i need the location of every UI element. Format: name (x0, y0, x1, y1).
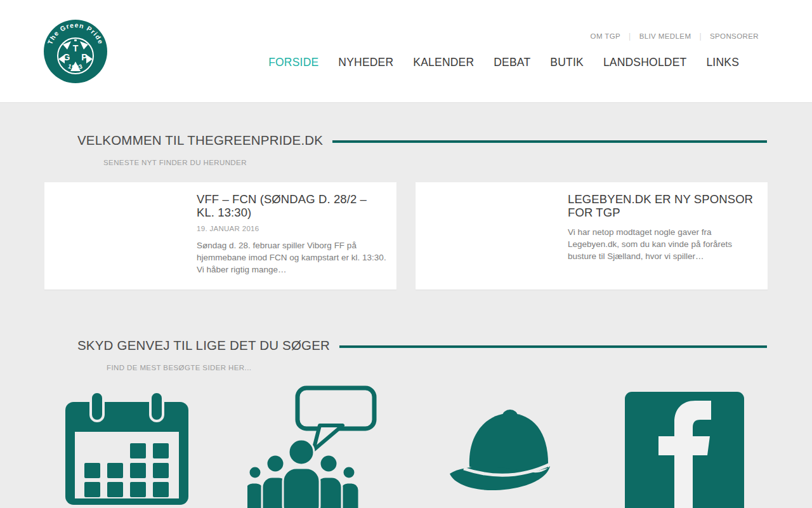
news-card-image (44, 182, 187, 290)
page: The Green Pride T G P 1993 OM TGP | BLIV (0, 0, 812, 508)
news-card-image (416, 182, 558, 290)
shortcut-debat[interactable] (247, 385, 377, 508)
forum-speech-bubble-icon (247, 385, 377, 508)
facebook-icon (625, 392, 744, 508)
cap-icon (446, 408, 553, 492)
nav-item-landsholdet[interactable]: LANDSHOLDET (603, 56, 687, 69)
nav-item-kalender[interactable]: KALENDER (413, 56, 474, 69)
utility-nav-om-tgp[interactable]: OM TGP (591, 32, 621, 40)
news-card-title[interactable]: VFF – FCN (SØNDAG D. 28/2 – KL. 13:30) (197, 193, 387, 219)
heading-rule (332, 140, 767, 143)
svg-text:G: G (63, 52, 70, 62)
news-card-title[interactable]: LEGEBYEN.DK ER NY SPONSOR FOR TGP (568, 193, 758, 219)
nav-item-nyheder[interactable]: NYHEDER (338, 56, 393, 69)
calendar-icon (65, 392, 188, 505)
shortcut-butik[interactable] (446, 408, 553, 492)
section-welcome-subtitle: SENESTE NYT FINDER DU HERUNDER (103, 159, 247, 166)
nav-item-debat[interactable]: DEBAT (494, 56, 530, 69)
heading-rule (339, 345, 767, 348)
section-welcome-title: VELKOMMEN TIL THEGREENPRIDE.DK (77, 133, 323, 148)
svg-text:P: P (81, 52, 87, 62)
shortcut-kalender[interactable] (65, 392, 188, 505)
news-card-body: LEGEBYEN.DK ER NY SPONSOR FOR TGP Vi har… (558, 182, 771, 290)
news-card-body: VFF – FCN (SØNDAG D. 28/2 – KL. 13:30) 1… (187, 182, 400, 290)
nav-item-forside[interactable]: FORSIDE (268, 56, 318, 69)
site-logo[interactable]: The Green Pride T G P 1993 (44, 20, 107, 83)
news-card-excerpt: Vi har netop modtaget nogle gaver fra Le… (568, 227, 758, 262)
news-card[interactable]: LEGEBYEN.DK ER NY SPONSOR FOR TGP Vi har… (416, 182, 768, 290)
news-card-date: 19. JANUAR 2016 (197, 225, 387, 232)
tgp-logo-icon: The Green Pride T G P 1993 (44, 20, 107, 83)
news-card-excerpt: Søndag d. 28. februar spiller Viborg FF … (197, 240, 387, 276)
svg-text:T: T (73, 43, 79, 53)
main-nav: FORSIDE NYHEDER KALENDER DEBAT BUTIK LAN… (268, 56, 739, 69)
section-shortcuts-header: SKYD GENVEJ TIL LIGE DET DU SØGER (77, 338, 767, 353)
nav-item-butik[interactable]: BUTIK (550, 56, 584, 69)
section-shortcuts-title: SKYD GENVEJ TIL LIGE DET DU SØGER (77, 338, 330, 353)
utility-nav-sponsorer[interactable]: SPONSORER (710, 32, 759, 40)
utility-nav: OM TGP | BLIV MEDLEM | SPONSORER (591, 32, 759, 41)
utility-nav-bliv-medlem[interactable]: BLIV MEDLEM (639, 32, 691, 40)
shortcut-facebook[interactable] (625, 392, 744, 508)
site-header: The Green Pride T G P 1993 OM TGP | BLIV (0, 0, 812, 103)
news-card-list: VFF – FCN (SØNDAG D. 28/2 – KL. 13:30) 1… (44, 182, 768, 290)
nav-item-links[interactable]: LINKS (706, 56, 739, 69)
section-welcome-header: VELKOMMEN TIL THEGREENPRIDE.DK (77, 133, 767, 148)
nav-separator: | (699, 32, 702, 41)
nav-separator: | (629, 32, 631, 41)
section-shortcuts-subtitle: FIND DE MEST BESØGTE SIDER HER... (107, 364, 251, 371)
news-card[interactable]: VFF – FCN (SØNDAG D. 28/2 – KL. 13:30) 1… (44, 182, 396, 290)
